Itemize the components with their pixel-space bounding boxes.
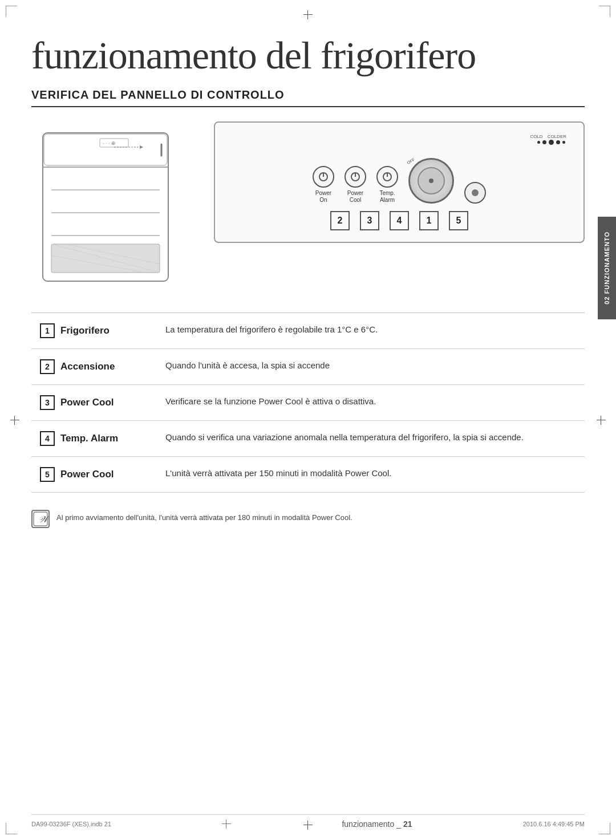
- footer-page: funzionamento _ 21: [342, 819, 412, 829]
- feature-desc-4: Quando si verifica una variazione anomal…: [157, 421, 585, 456]
- feature-name-2: Accensione: [60, 361, 115, 372]
- rotary-outer: [408, 158, 454, 204]
- feature-name-1: Frigorifero: [60, 325, 110, 336]
- footer-crosshair: [222, 819, 231, 829]
- sidebar-tab: 02 FUNZIONAMENTO: [598, 217, 616, 319]
- feature-number-2: 2: [40, 359, 55, 374]
- page-title: funzionamento del frigorifero: [31, 34, 585, 77]
- note-section: 𝒲 Al primo avviamento dell'unità, l'unit…: [31, 504, 585, 534]
- footer-left: DA99-03236F (XES).indb 21: [31, 821, 111, 827]
- note-icon: 𝒲: [31, 510, 50, 528]
- diagram-area: · · · ⊕ COLD COLDER: [31, 121, 585, 293]
- power-cool-icon-item: PowerCool: [345, 166, 366, 204]
- panel-numbers-row: 2 3 4 1 5: [330, 211, 468, 230]
- main-content: funzionamento del frigorifero VERIFICA D…: [31, 34, 585, 811]
- feature-number-3: 3: [40, 395, 55, 410]
- rotary-dial: OFF: [408, 158, 454, 204]
- temp-alarm-label: Temp.Alarm: [379, 190, 395, 204]
- off-label: OFF: [407, 157, 416, 165]
- panel-number-4: 4: [390, 211, 409, 230]
- crosshair-left: [10, 416, 19, 425]
- feature-name-3: Power Cool: [60, 397, 114, 408]
- page-footer: DA99-03236F (XES).indb 21 funzionamento …: [31, 814, 585, 829]
- feature-name-4: Temp. Alarm: [60, 433, 118, 444]
- feature-table: 1 Frigorifero La temperatura del frigori…: [31, 313, 585, 493]
- feature-row-3: 3 Power Cool Verificare se la funzione P…: [31, 385, 585, 421]
- fridge-illustration: · · · ⊕: [31, 121, 202, 293]
- feature-row-1: 1 Frigorifero La temperatura del frigori…: [31, 313, 585, 349]
- section-heading: VERIFICA DEL PANNELLO DI CONTROLLO: [31, 88, 585, 107]
- power-on-circle: [313, 166, 334, 188]
- power-cool-circle: [345, 166, 366, 188]
- panel-number-5: 5: [449, 211, 468, 230]
- panel-number-3: 3: [360, 211, 379, 230]
- control-panel-diagram: COLD COLDER: [214, 121, 585, 243]
- panel-icons-row: PowerOn PowerCool: [313, 158, 486, 204]
- feature-number-4: 4: [40, 431, 55, 446]
- button5-dot: [472, 189, 479, 196]
- feature-row-5: 5 Power Cool L'unità verrà attivata per …: [31, 457, 585, 493]
- feature-label-3: 3 Power Cool: [31, 385, 157, 420]
- feature-label-4: 4 Temp. Alarm: [31, 421, 157, 456]
- button5-circle: [464, 182, 486, 204]
- feature-number-1: 1: [40, 323, 55, 338]
- svg-marker-13: [140, 145, 143, 149]
- power-cool-label: PowerCool: [347, 190, 363, 204]
- feature-row-4: 4 Temp. Alarm Quando si verifica una var…: [31, 421, 585, 457]
- sidebar-tab-label: 02 FUNZIONAMENTO: [603, 232, 610, 305]
- crosshair-right: [597, 416, 606, 425]
- cold-label: COLD: [530, 134, 542, 139]
- feature-name-5: Power Cool: [60, 469, 114, 480]
- rotary-dial-item: OFF: [408, 158, 454, 204]
- colder-label: COLDER: [548, 134, 566, 139]
- footer-center: [222, 819, 231, 829]
- feature-label-2: 2 Accensione: [31, 349, 157, 384]
- corner-mark-tl: [6, 6, 17, 17]
- feature-desc-2: Quando l'unità è accesa, la spia si acce…: [157, 349, 585, 384]
- footer-right: 2010.6.16 4:49:45 PM: [523, 821, 585, 827]
- corner-mark-tr: [599, 6, 610, 17]
- temp-alarm-circle: [376, 166, 398, 188]
- footer-page-number: 21: [403, 819, 412, 829]
- crosshair-top: [303, 10, 313, 19]
- feature-label-5: 5 Power Cool: [31, 457, 157, 492]
- feature-desc-3: Verificare se la funzione Power Cool è a…: [157, 385, 585, 420]
- feature-number-5: 5: [40, 467, 55, 482]
- feature-row-2: 2 Accensione Quando l'unità è accesa, la…: [31, 349, 585, 385]
- feature-desc-5: L'unità verrà attivata per 150 minuti in…: [157, 457, 585, 492]
- rotary-inner: [418, 167, 445, 194]
- svg-text:· · · ⊕: · · · ⊕: [103, 140, 116, 146]
- feature-label-1: 1 Frigorifero: [31, 313, 157, 348]
- power-on-icon-item: PowerOn: [313, 166, 334, 204]
- footer-page-word: funzionamento _: [342, 819, 401, 829]
- note-text: Al primo avviamento dell'unità, l'unità …: [56, 510, 352, 524]
- rotary-center: [429, 178, 433, 183]
- button5-item: [464, 182, 486, 204]
- panel-number-2: 2: [330, 211, 350, 230]
- panel-number-1: 1: [419, 211, 439, 230]
- power-on-label: PowerOn: [315, 190, 331, 204]
- corner-mark-br: [599, 823, 610, 834]
- feature-desc-1: La temperatura del frigorifero è regolab…: [157, 313, 585, 348]
- corner-mark-bl: [6, 823, 17, 834]
- temp-alarm-icon-item: Temp.Alarm: [376, 166, 398, 204]
